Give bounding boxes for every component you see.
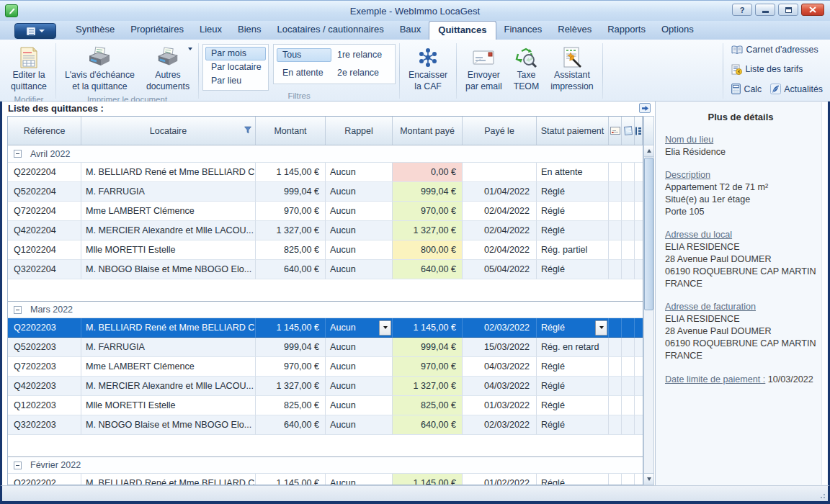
cell-locataire: M. BELLIARD René et Mme BELLIARD C... — [81, 474, 256, 485]
table-row[interactable]: Q3202203M. NBOGO Blaise et Mme NBOGO Elo… — [8, 415, 643, 435]
tab-finances[interactable]: Finances — [496, 21, 550, 40]
table-row[interactable]: Q7202203Mme LAMBERT Clémence970,00 €Aucu… — [8, 357, 643, 377]
other-documents-button[interactable]: Autres documents — [141, 42, 195, 94]
dropdown-button[interactable] — [379, 320, 391, 336]
cell-rappel: Aucun — [326, 396, 393, 415]
collapse-icon[interactable] — [14, 462, 22, 469]
teom-tax-button[interactable]: Taxe TEOM — [509, 42, 545, 94]
news-link[interactable]: Actualités — [770, 84, 823, 94]
tab-propri-taires[interactable]: Propriétaires — [122, 21, 192, 40]
cell-montant-paye: 1 145,00 € — [393, 474, 463, 485]
table-row[interactable]: Q4202204M. MERCIER Alexandre et Mlle LAC… — [8, 221, 643, 240]
tab-synth-se[interactable]: Synthèse — [68, 21, 122, 40]
scroll-up-button[interactable] — [644, 145, 653, 157]
filter-option-2e-relance[interactable]: 2e relance — [331, 66, 392, 80]
edit-receipt-button[interactable]: Editer la quittance — [6, 42, 52, 94]
tab-biens[interactable]: Biens — [230, 21, 269, 40]
collapse-icon[interactable] — [14, 150, 22, 158]
tab-baux[interactable]: Baux — [392, 21, 429, 40]
tab-options[interactable]: Options — [653, 21, 702, 40]
cell-note-flag — [622, 221, 635, 240]
filter-option-par-locataire[interactable]: Par locataire — [205, 60, 266, 74]
notepad-icon — [623, 126, 633, 135]
table-row[interactable]: Q5202204M. FARRUGIA999,04 €Aucun999,04 €… — [8, 182, 643, 202]
collect-caf-button[interactable]: Encaisser la CAF — [403, 42, 452, 94]
address-book-link[interactable]: Carnet d'adresses — [731, 45, 818, 55]
cell-montant: 970,00 € — [256, 202, 326, 221]
calculator-link[interactable]: Calc — [731, 84, 762, 94]
cell-rappel: Aucun — [326, 260, 393, 279]
deadline-label: Date limite de paiement : — [665, 374, 765, 384]
tariff-list-link[interactable]: Liste des tarifs — [731, 64, 803, 75]
cell-statut: Réglé — [537, 221, 609, 240]
cell-email-flag — [609, 221, 622, 240]
table-row[interactable]: Q2202204M. BELLIARD René et Mme BELLIARD… — [8, 163, 643, 182]
details-panel: Plus de détails Nom du lieuElia Résidenc… — [655, 102, 828, 485]
document-wand-icon — [561, 45, 583, 70]
column-header-montant-paye[interactable]: Montant payé — [393, 117, 463, 145]
cell-note-flag — [622, 202, 635, 221]
status-filter-list: TousEn attente1re relance2e relance — [273, 44, 396, 84]
resize-grip[interactable] — [817, 490, 826, 499]
collapse-icon[interactable] — [14, 306, 22, 314]
tab-lieux[interactable]: Lieux — [192, 21, 230, 40]
table-row[interactable]: Q7202204Mme LAMBERT Clémence970,00 €Aucu… — [8, 202, 643, 221]
ribbon-group-filtres: Par moisPar locatairePar lieu TousEn att… — [200, 42, 398, 100]
tab-locataires-cautionnaires[interactable]: Locataires / cautionnaires — [269, 21, 392, 40]
address-book-icon — [731, 45, 743, 55]
tab-rapports[interactable]: Rapports — [599, 21, 653, 40]
scroll-down-button[interactable] — [644, 473, 653, 485]
filter-funnel-icon[interactable] — [244, 126, 251, 136]
minimize-button[interactable] — [755, 4, 775, 16]
cell-montant-paye: 970,00 € — [393, 202, 463, 221]
cell-tree-flag — [635, 474, 643, 485]
table-row[interactable]: Q1202204Mlle MORETTI Estelle825,00 €Aucu… — [8, 240, 643, 260]
print-assistant-button[interactable]: Assistant impression — [545, 42, 598, 94]
cell-montant: 825,00 € — [256, 396, 326, 415]
column-header-montant[interactable]: Montant — [256, 117, 326, 145]
column-header-reference[interactable]: Référence — [8, 117, 81, 145]
section-line: 28 Avenue Paul DOUMER — [665, 253, 816, 266]
column-header-rappel[interactable]: Rappel — [326, 117, 393, 145]
table-row[interactable]: Q5202203M. FARRUGIA999,04 €Aucun999,04 €… — [8, 338, 643, 357]
filter-option-1re-relance[interactable]: 1re relance — [331, 48, 392, 62]
column-header-email[interactable] — [609, 117, 622, 145]
table-row[interactable]: Q2202202M. BELLIARD René et Mme BELLIARD… — [8, 474, 643, 485]
section-line: FRANCE — [665, 278, 816, 290]
table-header: Référence Locataire Montant Rappel Monta… — [8, 117, 643, 145]
group-spacer — [8, 279, 643, 301]
table-row[interactable]: Q4202203M. MERCIER Alexandre et Mlle LAC… — [8, 377, 643, 396]
tab-bar: SynthèsePropriétairesLieuxBiensLocataire… — [0, 21, 830, 40]
help-button[interactable]: ? — [732, 4, 752, 16]
cell-montant: 1 327,00 € — [256, 221, 326, 240]
print-notice-receipt-button[interactable]: L'avis d'échéance et la quittance — [60, 42, 140, 94]
tab-rel-ves[interactable]: Relèves — [550, 21, 599, 40]
expand-panel-button[interactable] — [639, 103, 651, 113]
app-menu-button[interactable] — [14, 23, 56, 39]
column-header-statut[interactable]: Statut paiement — [537, 117, 609, 145]
table-row[interactable]: Q1202203Mlle MORETTI Estelle825,00 €Aucu… — [8, 396, 643, 415]
close-button[interactable] — [801, 4, 824, 16]
column-header-tree[interactable] — [635, 117, 643, 145]
filter-option-par-mois[interactable]: Par mois — [205, 47, 266, 60]
ribbon-group-actions: Envoyer par email Taxe TEOM Assistant im… — [458, 42, 602, 100]
cell-reference: Q1202204 — [8, 240, 81, 260]
group-row-f-vrier-2022: Février 2022 — [8, 456, 643, 474]
details-section-adresse-de-facturation: Adresse de facturationELIA RESIDENCE28 A… — [665, 302, 816, 362]
column-header-note[interactable] — [622, 117, 635, 145]
scrollbar-thumb[interactable] — [644, 158, 653, 310]
table-row[interactable]: Q2202203M. BELLIARD René et Mme BELLIARD… — [8, 318, 643, 338]
column-header-paye-le[interactable]: Payé le — [463, 117, 537, 145]
maximize-button[interactable] — [778, 4, 798, 16]
send-email-button[interactable]: Envoyer par email — [460, 42, 507, 94]
filter-option-par-lieu[interactable]: Par lieu — [205, 74, 266, 88]
minimize-icon — [762, 11, 769, 13]
tab-quittances[interactable]: Quittances — [429, 21, 496, 40]
column-header-locataire[interactable]: Locataire — [81, 117, 256, 145]
table-row[interactable]: Q3202204M. NBOGO Blaise et Mme NBOGO Elo… — [8, 260, 643, 279]
filter-option-tous[interactable]: Tous — [277, 48, 331, 62]
dropdown-button[interactable] — [595, 320, 607, 336]
vertical-scrollbar[interactable] — [643, 145, 654, 485]
ribbon-separator — [399, 43, 400, 99]
filter-option-en-attente[interactable]: En attente — [277, 66, 331, 80]
